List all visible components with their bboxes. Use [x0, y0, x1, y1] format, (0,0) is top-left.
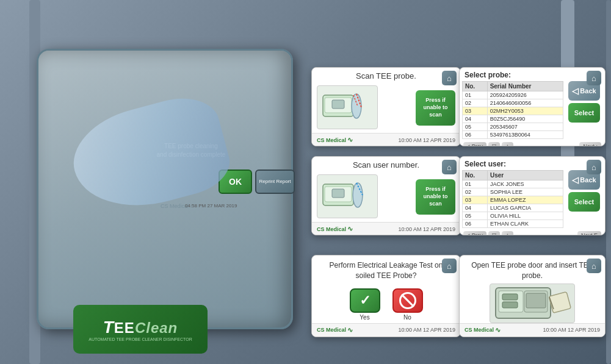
select-user-table-container: No. User 01JACK JONES02SOPHIA LEE03EMMA …	[462, 170, 563, 228]
select-probe-title: Select probe:	[460, 68, 605, 81]
select-user-up-button[interactable]: △	[502, 231, 513, 235]
table-row[interactable]: 06ETHAN CLARK	[463, 220, 563, 228]
select-user-down-button[interactable]: ▽	[488, 231, 500, 235]
select-user-next-button[interactable]: Next E	[577, 231, 601, 235]
yes-no-buttons: ✓ Yes No	[312, 284, 460, 323]
select-user-side-buttons: ◁ Back Select	[566, 170, 602, 228]
select-probe-panel: Select probe: ⌂ No. Serial Number 012059…	[459, 67, 606, 146]
electrical-leakage-panel: Perform Electrical Leakage Test on soile…	[311, 255, 461, 337]
scan-probe-image	[317, 85, 378, 129]
probe-illustration	[320, 89, 375, 126]
user-scan-illustration	[320, 178, 375, 215]
table-row[interactable]: 01205924205926	[463, 91, 563, 99]
scan-probe-title: Scan TEE probe.	[312, 68, 460, 83]
svg-rect-16	[502, 302, 518, 308]
probe-col-serial: Serial Number	[487, 82, 563, 91]
select-probe-nav-bar: < Prev ▽ △ Next ;	[460, 140, 605, 146]
scan-probe-panel: Scan TEE probe. ⌂ Press if unable to sca…	[311, 67, 461, 146]
select-probe-home-button[interactable]: ⌂	[587, 71, 601, 85]
user-col-no: No.	[463, 171, 488, 180]
table-row[interactable]: 03EMMA LOPEZ	[463, 196, 563, 204]
open-door-home-button[interactable]: ⌂	[587, 259, 601, 273]
electrical-footer: CS Medical ∿ 10:00 AM 12 APR 2019	[312, 323, 460, 337]
svg-point-2	[352, 94, 361, 118]
table-row[interactable]: 04B0Z5CJ56490	[463, 115, 563, 123]
open-door-panel: Open TEE probe door and insert TEE probe…	[459, 255, 606, 337]
select-probe-prev-button[interactable]: < Prev	[463, 142, 486, 146]
select-user-title: Select user:	[460, 157, 605, 170]
table-row[interactable]: 05205345607	[463, 123, 563, 131]
table-row[interactable]: 02214064606I0056	[463, 99, 563, 107]
open-door-title: Open TEE probe door and insert TEE probe…	[460, 255, 605, 284]
select-user-select-button[interactable]: Select	[568, 192, 600, 212]
table-row[interactable]: 05OLIVIA HILL	[463, 212, 563, 220]
table-row[interactable]: 0653497613B0064	[463, 131, 563, 139]
table-row[interactable]: 0302MH2Y0053	[463, 107, 563, 115]
open-door-footer-time: 10:00 AM 12 APR 2019	[543, 327, 600, 333]
select-probe-side-buttons: ◁ Back Select	[566, 81, 602, 139]
open-door-footer-logo: CS Medical ∿	[465, 326, 501, 334]
electrical-home-button[interactable]: ⌂	[442, 259, 457, 273]
scan-user-footer-time: 10:00 AM 12 APR 2019	[398, 226, 455, 232]
machine-date: 04:58 PM 27 MAR 2019	[185, 203, 237, 209]
no-symbol	[399, 292, 416, 309]
machine-reprint-button[interactable]: Reprint Report	[255, 170, 295, 194]
electrical-footer-time: 10:00 AM 12 APR 2019	[398, 327, 455, 333]
scan-user-title: Scan user number.	[312, 157, 460, 172]
scan-user-home-button[interactable]: ⌂	[442, 160, 457, 174]
select-user-panel: Select user: ⌂ No. User 01JACK JONES02SO…	[459, 156, 606, 235]
scan-probe-footer-logo: CS Medical ∿	[317, 136, 353, 144]
svg-rect-15	[502, 294, 518, 300]
svg-rect-5	[332, 100, 344, 109]
electrical-footer-logo: CS Medical ∿	[317, 326, 353, 334]
scan-probe-home-button[interactable]: ⌂	[442, 71, 457, 85]
table-row[interactable]: 02SOPHIA LEE	[463, 188, 563, 196]
no-button[interactable]	[392, 288, 423, 313]
yes-button[interactable]: ✓	[350, 288, 380, 313]
tee-clean-sub: AUTOMATED TEE PROBE CLEANER DISINFECTOR	[89, 337, 192, 341]
user-col-name: User	[487, 171, 563, 180]
scan-user-footer: CS Medical ∿ 10:00 AM 12 APR 2019	[312, 222, 460, 235]
probe-col-no: No.	[463, 82, 488, 91]
select-probe-next-button[interactable]: Next ;	[579, 142, 601, 146]
tee-clean-logo: TEEClean AUTOMATED TEE PROBE CLEANER DIS…	[73, 305, 208, 354]
scan-probe-footer-time: 10:00 AM 12 APR 2019	[398, 137, 455, 143]
select-user-table: No. User 01JACK JONES02SOPHIA LEE03EMMA …	[462, 170, 563, 228]
electrical-title: Perform Electrical Leakage Test on soile…	[312, 255, 460, 284]
no-label: No	[403, 314, 411, 321]
scan-user-panel: Scan user number. ⌂ Press if unable to s…	[311, 156, 461, 235]
select-probe-table: No. Serial Number 0120592420592602214064…	[462, 81, 563, 139]
select-user-nav-bar: < Prev ▽ △ Next E	[460, 229, 605, 235]
pipe-right	[606, 0, 611, 364]
scan-probe-unable-button[interactable]: Press if unable to scan	[416, 90, 455, 126]
select-probe-select-button[interactable]: Select	[568, 103, 600, 123]
select-user-prev-button[interactable]: < Prev	[463, 231, 486, 235]
door-image	[490, 284, 575, 323]
table-row[interactable]: 01JACK JONES	[463, 180, 563, 188]
select-user-home-button[interactable]: ⌂	[587, 160, 601, 174]
door-machine-illustration	[493, 285, 572, 321]
scan-user-image	[317, 174, 378, 218]
select-probe-table-container: No. Serial Number 0120592420592602214064…	[462, 81, 563, 139]
scan-user-footer-logo: CS Medical ∿	[317, 225, 353, 233]
svg-rect-17	[549, 292, 571, 313]
select-probe-up-button[interactable]: △	[502, 142, 513, 146]
open-door-footer: CS Medical ∿ 10:00 AM 12 APR 2019	[460, 323, 605, 337]
svg-rect-9	[332, 189, 344, 198]
svg-rect-14	[526, 293, 546, 308]
scan-user-unable-button[interactable]: Press if unable to scan	[416, 179, 455, 215]
scan-probe-footer: CS Medical ∿ 10:00 AM 12 APR 2019	[312, 133, 460, 146]
select-probe-down-button[interactable]: ▽	[488, 142, 500, 146]
table-row[interactable]: 04LUCAS GARCIA	[463, 204, 563, 212]
yes-label: Yes	[360, 314, 369, 321]
